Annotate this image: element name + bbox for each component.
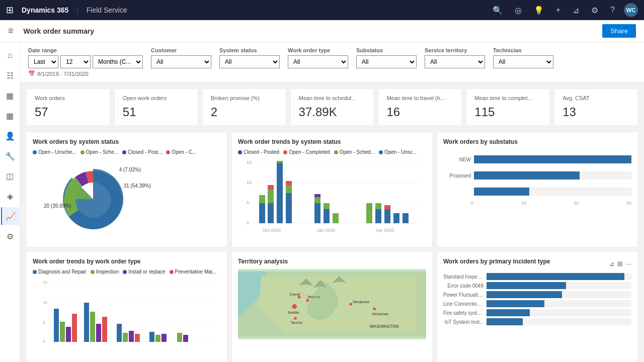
substatus-label-proposed: Proposed [443,173,471,178]
sidebar-item-analytics[interactable]: 📈 [1,207,19,225]
customer-select[interactable]: All [151,55,211,68]
technician-select[interactable]: All [493,55,553,68]
svg-rect-10 [268,203,274,223]
search-icon[interactable]: 🔍 [493,6,503,15]
incident-fill-4 [487,309,530,316]
sidebar-item-recent[interactable]: ☷ [1,66,19,84]
more-icon[interactable]: ··· [626,260,631,267]
incident-bar-3: Line Connection... [443,300,631,307]
date-range-num-select[interactable]: 12 [60,55,91,68]
incident-bar-2: Power Fluctuatio... [443,291,631,298]
settings-icon[interactable]: ⚙ [591,6,598,15]
trend-label-2: Open - Sched... [340,149,375,155]
kpi-avg-csat: Avg. CSAT 13 [554,88,638,126]
svg-rect-51 [123,333,128,342]
sidebar-item-home[interactable]: ⌂ [1,46,19,64]
svg-text:Tacoma: Tacoma [291,321,302,324]
date-range-unit-select[interactable]: Months (C... [93,55,143,68]
incident-track-5 [487,318,631,325]
incident-track-3 [487,300,631,307]
kpi-mean-complete: Mean time to complet... 115 [466,88,550,126]
trend-dot-2 [334,150,338,154]
svg-text:0: 0 [43,339,45,344]
svg-rect-12 [268,185,274,189]
svg-rect-17 [286,181,292,185]
svg-rect-49 [102,317,107,342]
sidebar-item-inventory[interactable]: ◫ [1,167,19,185]
substatus-filter: Substatus All [356,47,417,68]
incident-chart-card: Work orders by primary incident type ⊿ ⊞… [437,251,638,362]
svg-text:Seattle: Seattle [287,310,299,315]
substatus-label-new: NEW [443,157,471,162]
work-order-type-select[interactable]: All [288,55,348,68]
kpi-work-orders: Work orders 57 [26,88,110,126]
sidebar: ⌂ ☷ ▦ ▦ 👤 🔧 ◫ ◈ 📈 ⚙ [0,42,20,362]
lightbulb-icon[interactable]: 💡 [534,6,544,15]
sidebar-item-dashboard[interactable]: ▦ [1,86,19,105]
substatus-axis: 0102030 [471,200,631,207]
substatus-select[interactable]: All [356,55,417,68]
trend-legend-0: Closed - Posted [238,149,279,155]
svg-rect-23 [333,213,339,223]
system-status-select[interactable]: All [219,55,280,68]
svg-rect-56 [162,334,167,342]
app-grid-icon[interactable]: ⊞ [6,5,14,16]
legend-label-0: Open - Unsche... [38,149,76,155]
svg-point-71 [294,317,297,320]
territory-map: Seattle Bellevue Everett Tacoma Wenatche… [238,269,426,339]
filter-icon-chart[interactable]: ⊿ [609,260,614,267]
expand-icon[interactable]: ⊞ [617,260,623,267]
date-range-prefix-select[interactable]: Last [28,55,58,68]
work-type-label-1: Inspection [96,269,119,275]
share-button[interactable]: Share [602,24,636,38]
filter-icon[interactable]: ⊿ [573,6,579,15]
kpi-mean-schedule-value: 37.89K [299,105,366,119]
svg-rect-25 [375,209,381,223]
donut-chart-title: Work orders by system status [33,138,221,145]
kpi-mean-complete-value: 115 [474,105,541,119]
svg-text:0: 0 [247,220,249,225]
sidebar-item-accounts[interactable]: 👤 [1,127,19,145]
svg-text:Oct 2019: Oct 2019 [263,228,281,233]
svg-text:WASHINGTON: WASHINGTON [370,324,399,329]
sidebar-item-calendar[interactable]: ▦ [1,107,19,125]
work-type-label-0: Diagnosis and Repair [38,269,87,275]
incident-label-1: Error code 0048 [443,283,484,289]
svg-text:Wenatchee: Wenatchee [372,312,388,316]
help-icon[interactable]: ? [610,6,615,15]
svg-rect-48 [96,324,101,342]
work-type-legend-0: Diagnosis and Repair [33,269,87,275]
work-type-legend-1: Inspection [91,269,119,275]
svg-rect-27 [384,209,390,223]
kpi-work-orders-title: Work orders [35,95,102,101]
territory-chart-title: Territory analysis [238,258,426,265]
kpi-mean-complete-title: Mean time to complet... [474,95,541,101]
work-type-dot-2 [123,270,127,274]
add-icon[interactable]: + [556,6,560,15]
svg-rect-9 [259,195,265,203]
work-type-dot-3 [170,270,174,274]
svg-rect-55 [155,335,160,342]
substatus-track-proposed [474,171,631,179]
service-territory-select[interactable]: All [425,55,485,68]
svg-text:Jan 2020: Jan 2020 [316,228,335,233]
incident-bars: Standard Inspec... Error code 0048 [443,273,631,325]
user-avatar[interactable]: WC [624,3,638,17]
kpi-mean-schedule-title: Mean time to schedul... [299,95,366,101]
activity-icon[interactable]: ◎ [515,6,522,15]
hamburger-menu-icon[interactable]: ≡ [8,26,14,36]
kpi-open-work-orders-title: Open work orders [123,95,190,101]
svg-rect-44 [66,327,71,342]
sidebar-item-map[interactable]: ◈ [1,187,19,205]
svg-rect-26 [375,203,381,209]
substatus-bars: NEW Proposed [443,155,631,196]
date-info: 📅 8/1/2019 - 7/31/2020 [28,70,636,77]
incident-fill-5 [487,318,523,325]
sidebar-item-workorders[interactable]: 🔧 [1,147,19,165]
substatus-bar-extra [443,188,631,196]
brand-name: Dynamics 365 [22,6,68,14]
sidebar-item-settings[interactable]: ⚙ [1,227,19,245]
svg-rect-30 [403,213,409,223]
svg-point-75 [373,308,376,311]
trend-chart-card: Work order trends by system status Close… [231,132,433,247]
